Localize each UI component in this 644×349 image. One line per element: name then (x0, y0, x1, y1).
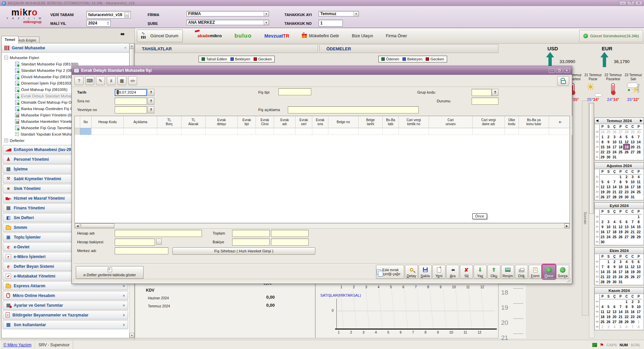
sonraki-strip[interactable]: Sonraki (582, 101, 589, 315)
calendar-day[interactable]: 15 (618, 184, 624, 189)
calendar-day[interactable]: 21 (618, 314, 624, 319)
calendar-day[interactable]: 13 (605, 184, 611, 189)
calendar-day[interactable]: 2 (630, 299, 636, 304)
grup-kodu-input[interactable] (472, 89, 492, 96)
calendar-day[interactable]: 4 (636, 174, 642, 179)
calendar-day[interactable]: 18 (599, 314, 605, 319)
browse-icon[interactable]: … (124, 12, 129, 17)
grid-column-header[interactable]: Evrakadı (274, 116, 296, 128)
calendar-day[interactable]: 25 (599, 319, 605, 324)
calendar-day[interactable]: 28 (599, 279, 605, 284)
fis-tipi-input[interactable] (278, 88, 311, 95)
mukellefini-getir-link[interactable]: Mükellefini Getir (302, 34, 339, 38)
calendar-day[interactable]: 8 (636, 219, 642, 224)
calendar-day[interactable]: 4 (624, 259, 630, 264)
calendar-day[interactable]: 28 (636, 149, 642, 154)
durumu-input[interactable] (472, 98, 498, 105)
calendar-day[interactable]: 11 (636, 179, 642, 184)
tahakkuk-ayi-select[interactable]: Temmuz▼ (319, 11, 359, 16)
grid-column-header[interactable]: Bs-Ba yakonu tutar (519, 116, 549, 128)
veri-tabani-input[interactable]: faturacevirici_v16… (87, 11, 131, 18)
calendar-day[interactable]: 22 (624, 314, 630, 319)
calendar-day[interactable]: 5 (624, 134, 630, 139)
calendar-day[interactable]: 16 (624, 184, 630, 189)
spinner-icon[interactable]: ▲▼ (107, 21, 109, 25)
calendar-day[interactable]: 9 (599, 224, 605, 229)
grid-column-header[interactable]: e- (549, 116, 572, 128)
calendar-day[interactable]: 17 (618, 269, 624, 274)
calendar-day[interactable]: 5 (618, 324, 624, 329)
calendar-day[interactable]: 11 (624, 264, 630, 269)
calendar-day[interactable]: 19 (618, 229, 624, 234)
grid-selected-cell[interactable] (80, 128, 92, 135)
calendar-day[interactable]: 14 (618, 309, 624, 314)
grid-column-header[interactable]: Evraksıra (312, 116, 328, 128)
calendar-day[interactable]: 21 (630, 229, 636, 234)
calendar-day[interactable]: 31 (618, 279, 624, 284)
tab-temel[interactable]: Temel (1, 36, 18, 43)
calendar-day[interactable]: 7 (611, 179, 618, 184)
dialog-minimize-icon[interactable]: ─ (549, 68, 555, 73)
hesap-bakiyesi-field[interactable] (115, 239, 155, 246)
calendar-day[interactable]: 28 (611, 194, 618, 199)
close-icon[interactable]: ✕ (635, 1, 642, 5)
grid-column-header[interactable]: Belge no (328, 116, 359, 128)
tree-item[interactable]: −Muhasebe Fişleri (2, 54, 129, 61)
calendar-day[interactable]: 4 (599, 304, 605, 309)
grid-column-header[interactable] (75, 116, 80, 128)
calendar-day[interactable]: 3 (630, 174, 636, 179)
mevzuattr-link[interactable]: MevzuatTR (264, 33, 289, 39)
grid-cell[interactable] (92, 128, 124, 135)
calendar-day[interactable]: 13 (624, 224, 630, 229)
calendar-day[interactable]: 10 (618, 264, 624, 269)
sidebar-group-genel-muhasebe[interactable]: Genel Muhasebe » (2, 43, 129, 53)
calendar-day[interactable]: 23 (630, 314, 636, 319)
calendar-day[interactable]: 6 (630, 134, 636, 139)
calendar-day[interactable]: 6 (611, 304, 618, 309)
sidebar-item-mikro-online-hesab-m[interactable]: Mikro Online Hesabım» (3, 291, 128, 300)
calendar-day[interactable]: 5 (605, 304, 611, 309)
fis-aciklama-input[interactable] (288, 106, 419, 113)
scrollbar-thumb[interactable] (589, 103, 594, 214)
calendar-day[interactable]: 22 (599, 149, 605, 154)
calendar-day[interactable]: 3 (605, 324, 611, 329)
grid-cell[interactable] (519, 128, 549, 135)
calendar-day[interactable]: 27 (618, 129, 624, 134)
calendar-day[interactable]: 2 (599, 219, 605, 224)
collapse-icon[interactable]: » (124, 47, 127, 49)
resize-grip[interactable] (567, 279, 571, 283)
dialog-titlebar[interactable]: Evrak Detaylı Standart Muhasebe fişi ─ ❐… (72, 66, 572, 75)
help-icon[interactable]: ? (74, 76, 84, 85)
grid-column-header[interactable]: Evraktipi (238, 116, 256, 128)
calendar-day[interactable]: 29 (636, 234, 642, 239)
scroll-down-icon[interactable]: ▼ (129, 333, 134, 338)
grid-cell[interactable] (181, 128, 206, 135)
resim-button[interactable]: Resim (501, 265, 514, 279)
scroll-left-icon[interactable]: ◀ (75, 223, 80, 228)
bakiye-field-2[interactable] (271, 239, 309, 246)
calendar-day[interactable]: 9 (605, 139, 611, 144)
grid-column-header[interactable]: Ülkekodu (505, 116, 519, 128)
copyright-link[interactable]: © Mikro Yazılım (3, 343, 32, 347)
calendar-day[interactable]: 1 (636, 319, 642, 324)
calendar-day[interactable]: 25 (611, 234, 618, 239)
calendar-day[interactable]: 2 (611, 259, 618, 264)
calendar-day[interactable]: 6 (605, 179, 611, 184)
calendar-day[interactable]: 12 (599, 184, 605, 189)
calendar-day[interactable]: 27 (630, 149, 636, 154)
bakiye-field-1[interactable] (232, 239, 270, 246)
chevron-down-icon[interactable]: ▼ (354, 11, 359, 16)
main-scrollbar[interactable] (589, 103, 594, 338)
calendar-day[interactable]: 26 (630, 274, 636, 279)
calendar-day[interactable]: 15 (636, 224, 642, 229)
calendar-day[interactable]: 27 (605, 194, 611, 199)
d-k-button[interactable]: Dök (515, 265, 528, 279)
calendar-day[interactable]: 4 (618, 134, 624, 139)
calendar-day[interactable]: 8 (605, 264, 611, 269)
grid-column-header[interactable]: Cari vergidaire adı (473, 116, 505, 128)
grid-column-header[interactable]: Belgetarihi (359, 116, 383, 128)
calendar-day[interactable]: 2 (605, 134, 611, 139)
tarih-input[interactable]: 19.07.2024 (115, 89, 147, 96)
grid-column-header[interactable]: Hesap Kodu (92, 116, 124, 128)
calendar-day[interactable]: 4 (611, 219, 618, 224)
